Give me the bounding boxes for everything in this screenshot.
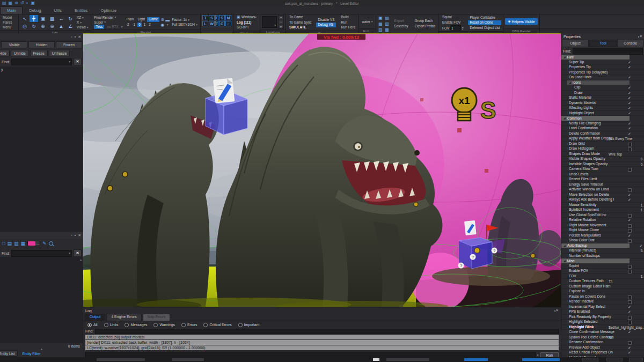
checkbox-icon[interactable]: ✓ <box>628 75 631 80</box>
library-tile-t[interactable]: T <box>202 15 208 20</box>
left-btn-hide[interactable]: Hide <box>0 50 10 56</box>
prop-row-affecting-lights[interactable]: Affecting Lights✓ <box>561 106 644 111</box>
log-filter-warnings[interactable]: Warnings <box>153 323 174 327</box>
prop-row-number-of-backups[interactable]: Number of Backups <box>561 254 644 259</box>
checkbox-icon[interactable]: ✓ <box>628 85 631 90</box>
float-icon[interactable]: ▫ <box>71 35 72 39</box>
group-2-icon[interactable]: ▤ <box>384 15 390 20</box>
windows-windows[interactable]: ▣Windows ▾ <box>235 15 258 20</box>
checkbox-icon[interactable]: ✓ <box>639 243 642 248</box>
factor-combo[interactable]: Factor: 1x▾ <box>171 18 199 22</box>
prop-row-properties-tip[interactable]: Properties Tip✓ <box>561 65 644 70</box>
log-filter-critical-errors[interactable]: Critical Errors <box>203 323 231 327</box>
fov-spinner[interactable]: ▴▾ <box>462 26 464 30</box>
checkbox-icon[interactable] <box>628 265 632 269</box>
game-disable-vs[interactable]: Disable VS <box>316 18 336 23</box>
ellipsis-button[interactable]: … <box>641 325 644 330</box>
menu-tab-entities[interactable]: Entities <box>68 7 94 14</box>
checkbox-icon[interactable]: ✓ <box>628 126 631 131</box>
location-dropdown-button[interactable]: ▾ <box>278 25 284 29</box>
prop-tab-console[interactable]: Console <box>617 40 644 47</box>
select-add-icon[interactable]: ▩ <box>48 15 56 22</box>
mode-light[interactable]: Light <box>136 17 147 22</box>
checkbox-icon[interactable]: ✓ <box>628 111 631 116</box>
status-color-swatch[interactable] <box>373 358 379 361</box>
prop-row-activate-window-on-load[interactable]: Activate Window on Load <box>561 187 644 193</box>
misc-player-collidable[interactable]: Player Collidable <box>468 16 501 20</box>
chevron-down-icon[interactable]: ▾ <box>165 23 170 26</box>
pin-icon[interactable]: ▪ <box>75 233 76 237</box>
checkbox-icon[interactable]: ✓ <box>628 305 631 309</box>
clear-find-button[interactable]: ✕ <box>74 58 82 65</box>
prop-row-shapes-draw-mode[interactable]: Shapes Draw ModeWire Top <box>561 152 644 157</box>
checkbox-icon[interactable]: ✓ <box>628 233 631 238</box>
prop-row-move-selection-on-delete[interactable]: Move Selection on Delete✓ <box>561 193 644 198</box>
left-tab-frozen[interactable]: Frozen <box>56 41 82 48</box>
find-input[interactable]: ▾ <box>11 58 72 65</box>
game-to-game[interactable]: To Game <box>288 15 313 20</box>
log-line[interactable]: [render] DX11: extracted back buffer: wi… <box>85 340 559 345</box>
terrain-icon[interactable]: ▲ <box>57 23 65 29</box>
open-doc-icon[interactable]: ▤ <box>7 241 12 246</box>
water-combo[interactable]: water▾ <box>361 19 374 24</box>
log-filter-all[interactable]: All <box>87 323 98 327</box>
library-tile-item[interactable]: ⌐ <box>225 21 231 26</box>
prop-row-energy-save-timeout[interactable]: Energy Save Timeout <box>561 182 644 188</box>
group-6-icon[interactable]: ▩ <box>384 27 390 32</box>
game-run-here[interactable]: Run Here <box>339 25 357 30</box>
log-tab-output[interactable]: Output <box>85 314 105 321</box>
checkbox-icon[interactable]: ✓ <box>628 91 631 95</box>
combo-views[interactable]: Views▾ <box>76 25 89 29</box>
log-tab-map-errors[interactable]: Map Errors <box>143 314 171 321</box>
log-filter-errors[interactable]: Errors <box>181 323 197 327</box>
checkbox-icon[interactable]: ✓ <box>628 218 631 223</box>
menu-tab-optimize[interactable]: Optimize <box>94 7 123 14</box>
checkbox-icon[interactable]: ✓ <box>628 345 631 350</box>
prop-row-custom-textures-path[interactable]: Custom Textures PathT:\ <box>561 279 644 284</box>
fov-input[interactable] <box>450 25 461 31</box>
prop-row-camera-slow-turn[interactable]: Camera Slow Turn <box>561 167 644 172</box>
prop-row-highlight-selected[interactable]: Highlight Selected <box>561 320 644 325</box>
prop-row-delete-confirmation[interactable]: Delete Confirmation✓ <box>561 131 644 137</box>
checkbox-icon[interactable]: ✓ <box>628 193 631 197</box>
entity-tab-entity-filter[interactable]: Entity Filter <box>19 350 43 357</box>
entity-tab-entity-list[interactable]: Entity List <box>0 350 18 357</box>
layers-list[interactable]: ▴ <box>0 257 83 343</box>
prop-group-icons[interactable]: ◢Icons <box>567 80 630 86</box>
checkbox-icon[interactable]: ✓ <box>628 60 631 65</box>
groups-export-prefab[interactable]: Export Prefab <box>413 24 437 29</box>
log-tab-4-engine-errors[interactable]: 4 Engine Errors <box>106 314 141 321</box>
misc-squint[interactable]: Squint <box>441 15 465 20</box>
prop-row-spawn-tool-delete-confirma[interactable]: Spawn Tool Delete ConfirmaAll <box>561 335 644 341</box>
library-tile-l[interactable]: L <box>202 21 208 26</box>
hand-icon[interactable]: ╋ <box>30 15 38 22</box>
prop-row-enable-fov[interactable]: Enable FOV <box>561 269 644 274</box>
chevron-down-icon[interactable]: ▾ <box>537 353 539 357</box>
windows-log-111[interactable]: Log (111) <box>235 20 258 25</box>
library-tile-t[interactable]: T <box>215 21 218 26</box>
camera-icon[interactable]: ◉ <box>160 23 164 27</box>
game-build[interactable]: Build <box>339 15 357 20</box>
checkbox-icon[interactable]: ✓ <box>628 95 631 100</box>
prop-row-super-tip[interactable]: Super Tip✓ <box>561 60 644 65</box>
game-simulate[interactable]: SIMULATE <box>288 25 313 30</box>
prop-group-common[interactable]: ◢Common <box>561 116 630 121</box>
checkbox-icon[interactable] <box>628 147 632 151</box>
prop-group-hint[interactable]: ◢Hint <box>561 55 630 60</box>
lod-0[interactable]: 0 <box>137 23 142 27</box>
checkbox-icon[interactable]: ✓ <box>628 309 631 314</box>
groups-select-by[interactable]: Select by <box>393 24 410 29</box>
game-run[interactable]: Run <box>339 20 357 25</box>
target-icon[interactable]: ◎ <box>20 23 29 29</box>
library-tile-c[interactable]: C <box>219 21 225 26</box>
prop-row-dynamic-material[interactable]: Dynamic Material✓ <box>561 101 644 106</box>
checkbox-icon[interactable]: ✓ <box>628 131 631 136</box>
combo-xz[interactable]: XZ▾ <box>76 16 89 20</box>
prop-row-use-global-spinedit-inc[interactable]: Use Global SpinEdit Inc <box>561 213 644 218</box>
left-btn-unfreeze[interactable]: Unfreeze <box>49 50 70 56</box>
prop-row-draw-grid[interactable]: Draw Grid <box>561 142 644 147</box>
prop-row-draw[interactable]: Draw✓ <box>561 91 644 96</box>
magnifier-icon[interactable] <box>49 241 53 246</box>
prop-group-misc[interactable]: ◢Misc <box>561 258 630 264</box>
groups-group-each[interactable]: Group Each <box>413 19 437 24</box>
